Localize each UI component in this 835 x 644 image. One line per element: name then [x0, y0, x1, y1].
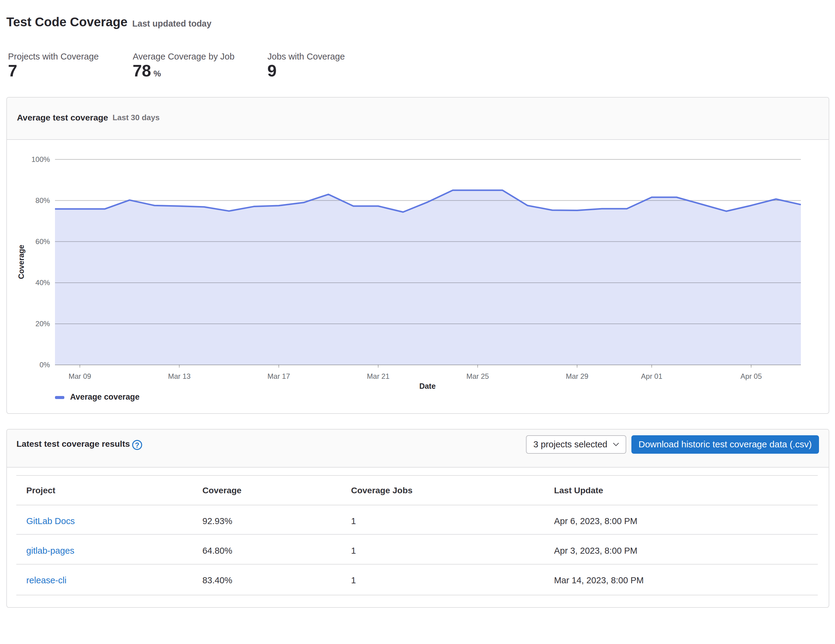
svg-text:100%: 100%: [31, 155, 50, 164]
svg-text:Mar 21: Mar 21: [367, 372, 390, 380]
svg-text:Apr 01: Apr 01: [641, 372, 663, 380]
svg-text:Mar 29: Mar 29: [566, 372, 588, 380]
svg-text:60%: 60%: [35, 237, 50, 246]
svg-text:Mar 17: Mar 17: [267, 372, 290, 380]
svg-text:0%: 0%: [40, 361, 50, 369]
svg-text:Coverage: Coverage: [17, 245, 25, 279]
svg-text:Date: Date: [419, 382, 435, 390]
svg-text:40%: 40%: [35, 279, 50, 287]
svg-text:20%: 20%: [35, 320, 50, 328]
svg-text:Mar 25: Mar 25: [466, 372, 489, 380]
svg-text:80%: 80%: [35, 196, 50, 204]
svg-text:Apr 05: Apr 05: [741, 372, 762, 380]
svg-text:Mar 13: Mar 13: [168, 372, 191, 380]
svg-text:?: ?: [135, 441, 139, 449]
svg-text:Mar 09: Mar 09: [68, 372, 91, 380]
